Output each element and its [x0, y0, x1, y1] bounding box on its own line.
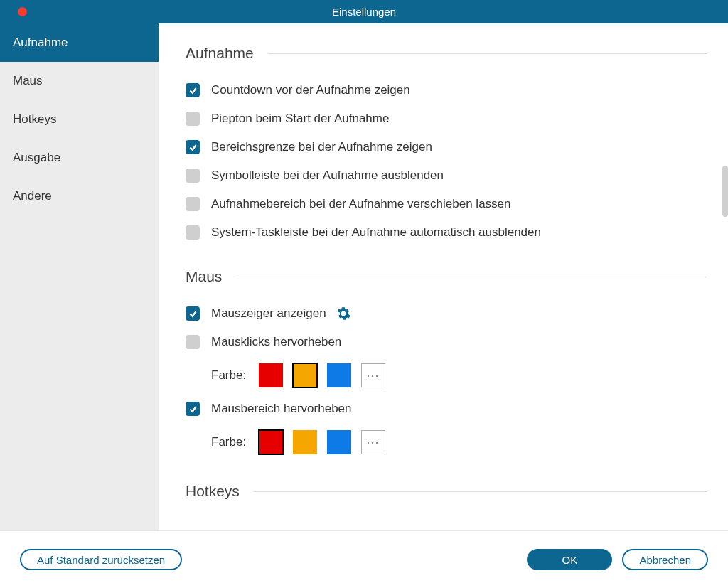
option-countdown[interactable]: Countdown vor der Aufnahme zeigen: [186, 83, 707, 97]
section-header: Aufnahme: [186, 45, 707, 62]
more-colors-button[interactable]: ⋯: [361, 363, 385, 387]
option-bereichsgrenze[interactable]: Bereichsgrenze bei der Aufnahme zeigen: [186, 140, 707, 154]
sidebar-item-aufnahme[interactable]: Aufnahme: [0, 23, 159, 62]
sidebar-item-label: Hotkeys: [13, 112, 56, 127]
section-header: Maus: [186, 268, 707, 285]
color-swatch-red[interactable]: [259, 363, 283, 387]
more-colors-button[interactable]: ⋯: [361, 430, 385, 454]
body: Aufnahme Maus Hotkeys Ausgabe Andere Auf…: [0, 23, 728, 530]
gear-icon[interactable]: [336, 306, 350, 321]
content-area: Aufnahme Countdown vor der Aufnahme zeig…: [159, 23, 728, 530]
checkbox[interactable]: [186, 197, 200, 211]
checkbox-label: Bereichsgrenze bei der Aufnahme zeigen: [211, 140, 432, 154]
color-swatch-orange[interactable]: [293, 363, 317, 387]
section-title: Maus: [186, 268, 222, 285]
option-mausklicks[interactable]: Mausklicks hervorheben: [186, 335, 707, 349]
sidebar-item-label: Aufnahme: [13, 36, 68, 50]
color-label: Farbe:: [211, 368, 246, 383]
color-swatch-red[interactable]: [259, 430, 283, 454]
checkbox-label: Mausklicks hervorheben: [211, 335, 341, 349]
checkbox[interactable]: [186, 402, 200, 416]
section-title: Aufnahme: [186, 45, 254, 62]
reset-defaults-button[interactable]: Auf Standard zurücksetzen: [20, 549, 182, 570]
sidebar-item-andere[interactable]: Andere: [0, 177, 159, 215]
option-mauszeiger[interactable]: Mauszeiger anzeigen: [186, 306, 707, 321]
checkbox[interactable]: [186, 83, 200, 97]
sidebar-item-label: Ausgabe: [13, 151, 60, 165]
sidebar-item-label: Andere: [13, 189, 52, 203]
option-taskleiste[interactable]: System-Taskleiste bei der Aufnahme autom…: [186, 225, 707, 240]
titlebar: Einstellungen: [0, 0, 728, 23]
checkbox-label: Piepton beim Start der Aufnahme: [211, 112, 389, 126]
checkbox[interactable]: [186, 335, 200, 349]
color-row-clicks: Farbe: ⋯: [211, 363, 707, 387]
section-maus: Maus Mauszeiger anzeigen Mausklicks herv…: [186, 268, 728, 454]
color-row-area: Farbe: ⋯: [211, 430, 707, 454]
color-swatch-orange[interactable]: [293, 430, 317, 454]
color-swatch-blue[interactable]: [327, 430, 351, 454]
section-header: Hotkeys: [186, 483, 707, 500]
section-divider: [236, 277, 707, 277]
sidebar-item-ausgabe[interactable]: Ausgabe: [0, 139, 159, 177]
checkbox-label: Aufnahmebereich bei der Aufnahme verschi…: [211, 197, 511, 211]
checkbox[interactable]: [186, 140, 200, 154]
color-label: Farbe:: [211, 435, 246, 449]
sidebar: Aufnahme Maus Hotkeys Ausgabe Andere: [0, 23, 159, 530]
checkbox[interactable]: [186, 169, 200, 183]
option-piepton[interactable]: Piepton beim Start der Aufnahme: [186, 112, 707, 126]
checkbox[interactable]: [186, 112, 200, 126]
option-mausbereich[interactable]: Mausbereich hervorheben: [186, 402, 707, 416]
ok-button[interactable]: OK: [527, 549, 612, 570]
close-window-button[interactable]: [18, 7, 27, 16]
checkbox-label: System-Taskleiste bei der Aufnahme autom…: [211, 225, 541, 240]
section-divider: [268, 53, 707, 54]
section-title: Hotkeys: [186, 483, 240, 500]
option-aufnahmebereich[interactable]: Aufnahmebereich bei der Aufnahme verschi…: [186, 197, 707, 211]
section-divider: [254, 491, 707, 492]
footer: Auf Standard zurücksetzen OK Abbrechen: [0, 530, 728, 588]
scrollbar[interactable]: [722, 166, 728, 217]
checkbox[interactable]: [186, 306, 200, 321]
checkbox-label: Mausbereich hervorheben: [211, 402, 352, 416]
option-symbolleiste[interactable]: Symbolleiste bei der Aufnahme ausblenden: [186, 169, 707, 183]
sidebar-item-label: Maus: [13, 74, 43, 88]
checkbox-label: Mauszeiger anzeigen: [211, 306, 326, 321]
window-title: Einstellungen: [332, 6, 396, 18]
sidebar-item-hotkeys[interactable]: Hotkeys: [0, 100, 159, 139]
sidebar-item-maus[interactable]: Maus: [0, 62, 159, 100]
section-hotkeys: Hotkeys: [186, 483, 728, 500]
checkbox[interactable]: [186, 225, 200, 240]
cancel-button[interactable]: Abbrechen: [622, 549, 708, 570]
section-aufnahme: Aufnahme Countdown vor der Aufnahme zeig…: [186, 45, 728, 240]
checkbox-label: Countdown vor der Aufnahme zeigen: [211, 83, 410, 97]
checkbox-label: Symbolleiste bei der Aufnahme ausblenden: [211, 169, 444, 183]
color-swatch-blue[interactable]: [327, 363, 351, 387]
